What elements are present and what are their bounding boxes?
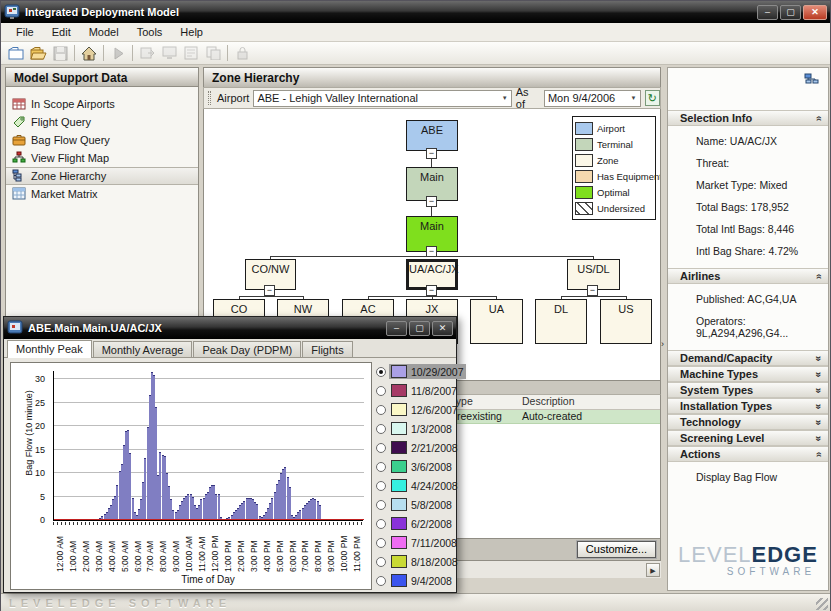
info-field: Total Intl Bags: 8,446 <box>668 218 828 240</box>
export-icon[interactable] <box>136 43 158 63</box>
collapse-toggle-icon[interactable]: − <box>426 196 437 207</box>
radio-icon[interactable] <box>376 481 386 491</box>
airport-dropdown[interactable]: ABE - Lehigh Valley International ▼ <box>253 90 511 107</box>
asof-dropdown[interactable]: Mon 9/4/2006 ▼ <box>544 90 641 107</box>
close-button[interactable]: ✕ <box>803 5 827 20</box>
chart-bar <box>319 505 321 520</box>
tab-monthly-peak[interactable]: Monthly Peak <box>7 340 92 358</box>
action-link[interactable]: Display Bag Flow <box>668 466 828 488</box>
popup-maximize-button[interactable]: ▢ <box>409 321 430 336</box>
tree-node-ua[interactable]: UA <box>470 299 523 344</box>
grid-col-description[interactable]: Description <box>522 395 660 409</box>
new-folder-icon[interactable] <box>5 43 27 63</box>
menu-model[interactable]: Model <box>80 24 128 40</box>
legend-label: Optimal <box>597 187 630 198</box>
radio-icon[interactable] <box>376 367 386 377</box>
lock-icon[interactable] <box>231 43 253 63</box>
section-header-selection-info[interactable]: Selection Info» <box>668 110 828 126</box>
section-header-installation-types[interactable]: Installation Types» <box>668 398 828 414</box>
popup-minimize-button[interactable]: – <box>386 321 407 336</box>
radio-icon[interactable] <box>376 576 386 586</box>
date-option[interactable]: 3/6/2008 <box>376 457 455 476</box>
radio-icon[interactable] <box>376 462 386 472</box>
monitor-icon[interactable] <box>158 43 180 63</box>
splitter-arrow-icon[interactable]: › <box>661 339 664 349</box>
date-option[interactable]: 12/6/2007 <box>376 400 455 419</box>
date-option[interactable]: 9/4/2008 <box>376 571 455 590</box>
hierarchy-icon[interactable] <box>804 72 820 88</box>
radio-icon[interactable] <box>376 500 386 510</box>
sidebar-item-market-matrix[interactable]: Market Matrix <box>6 185 198 203</box>
date-option[interactable]: 6/2/2008 <box>376 514 455 533</box>
refresh-button[interactable]: ↻ <box>645 90 660 106</box>
tab-flights[interactable]: Flights <box>302 341 352 357</box>
legend-item: Undersized <box>575 200 653 216</box>
zone-panel-title: Zone Hierarchy <box>203 67 661 87</box>
customize-button[interactable]: Customize... <box>577 541 656 558</box>
section-header-technology[interactable]: Technology» <box>668 414 828 430</box>
sidebar-item-zone-hierarchy[interactable]: Zone Hierarchy <box>6 167 198 185</box>
date-option[interactable]: 5/8/2008 <box>376 495 455 514</box>
report-icon[interactable] <box>180 43 202 63</box>
date-option[interactable]: 1/3/2008 <box>376 419 455 438</box>
sidebar-item-in-scope-airports[interactable]: In Scope Airports <box>6 95 198 113</box>
popup-close-button[interactable]: ✕ <box>432 321 453 336</box>
section-header-actions[interactable]: Actions» <box>668 446 828 462</box>
section-header-airlines[interactable]: Airlines» <box>668 268 828 284</box>
copy-icon[interactable] <box>202 43 224 63</box>
run-icon[interactable] <box>107 43 129 63</box>
collapse-toggle-icon[interactable]: − <box>587 285 598 296</box>
collapse-toggle-icon[interactable]: − <box>426 285 437 296</box>
application-window: Integrated Deployment Model – ▢ ✕ FileEd… <box>0 0 831 611</box>
date-option[interactable]: 7/11/2008 <box>376 533 455 552</box>
radio-icon[interactable] <box>376 424 386 434</box>
sidebar-item-view-flight-map[interactable]: View Flight Map <box>6 149 198 167</box>
date-option[interactable]: 2/21/2008 <box>376 438 455 457</box>
resize-grip[interactable] <box>816 598 828 610</box>
collapse-toggle-icon[interactable]: − <box>426 246 437 257</box>
section-header-demand-capacity[interactable]: Demand/Capacity» <box>668 350 828 366</box>
collapse-toggle-icon[interactable]: − <box>264 285 275 296</box>
collapse-toggle-icon[interactable]: − <box>426 148 437 159</box>
y-tick-label: 5 <box>25 492 45 502</box>
gridline <box>54 425 364 426</box>
tree-node-dl[interactable]: DL <box>535 299 587 344</box>
tree-node-us[interactable]: US <box>600 299 652 344</box>
grid-col-type[interactable]: Type <box>450 395 522 409</box>
radio-icon[interactable] <box>376 519 386 529</box>
sidebar-item-flight-query[interactable]: Flight Query <box>6 113 198 131</box>
section-header-screening-level[interactable]: Screening Level» <box>668 430 828 446</box>
section-header-system-types[interactable]: System Types» <box>668 382 828 398</box>
date-color-swatch <box>391 441 407 454</box>
maximize-button[interactable]: ▢ <box>780 5 801 20</box>
window-title: Integrated Deployment Model <box>25 6 755 18</box>
radio-icon[interactable] <box>376 443 386 453</box>
minimize-button[interactable]: – <box>757 5 778 20</box>
tab-peak-day-pdpm-[interactable]: Peak Day (PDPM) <box>193 341 301 357</box>
menu-file[interactable]: File <box>7 24 43 40</box>
chevron-up-icon: » <box>814 273 825 279</box>
x-tick-label: 8:00 AM <box>158 526 168 572</box>
date-option[interactable]: 8/18/2008 <box>376 552 455 571</box>
date-option[interactable]: 10/29/2007 <box>376 362 455 381</box>
tree-node-abe[interactable]: ABE <box>406 120 458 151</box>
menu-tools[interactable]: Tools <box>128 24 172 40</box>
tab-monthly-average[interactable]: Monthly Average <box>93 341 193 357</box>
tree-node-label: DL <box>554 303 568 315</box>
radio-icon[interactable] <box>376 386 386 396</box>
radio-icon[interactable] <box>376 557 386 567</box>
open-folder-icon[interactable] <box>27 43 49 63</box>
menu-edit[interactable]: Edit <box>43 24 80 40</box>
section-header-machine-types[interactable]: Machine Types» <box>668 366 828 382</box>
home-icon[interactable] <box>78 43 100 63</box>
menu-help[interactable]: Help <box>171 24 212 40</box>
radio-icon[interactable] <box>376 538 386 548</box>
radio-icon[interactable] <box>376 405 386 415</box>
scroll-right-icon[interactable]: ▶ <box>646 563 660 577</box>
section-title: Airlines <box>680 270 816 282</box>
date-option[interactable]: 11/8/2007 <box>376 381 455 400</box>
date-option[interactable]: 4/24/2008 <box>376 476 455 495</box>
save-icon[interactable] <box>49 43 71 63</box>
sidebar-item-bag-flow-query[interactable]: Bag Flow Query <box>6 131 198 149</box>
gridline <box>54 449 364 450</box>
